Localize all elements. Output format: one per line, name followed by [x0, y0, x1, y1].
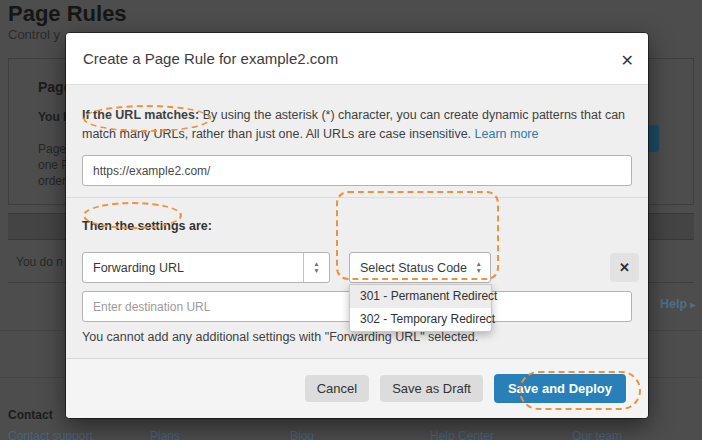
url-pattern-input[interactable] — [82, 155, 632, 186]
panel-text-line: order, — [38, 174, 69, 188]
close-icon[interactable]: ✕ — [619, 51, 636, 71]
save-as-draft-button[interactable]: Save as Draft — [380, 375, 483, 402]
url-match-description: If the URL matches: By using the asteris… — [82, 106, 634, 144]
status-code-select-value: Select Status Code — [360, 261, 467, 275]
cancel-button[interactable]: Cancel — [305, 375, 369, 402]
settings-note: You cannot add any additional settings w… — [82, 330, 478, 344]
table-row-text: You do n — [16, 255, 63, 269]
status-option-301[interactable]: 301 - Permanent Redirect — [350, 285, 491, 308]
status-code-select[interactable]: Select Status Code ▲▼ — [349, 252, 491, 283]
save-and-deploy-button[interactable]: Save and Deploy — [494, 374, 626, 403]
page-subtitle: Control y — [8, 27, 60, 42]
remove-icon: ✕ — [619, 260, 630, 275]
footer-link-our-team[interactable]: Our team — [572, 429, 622, 440]
page-title: Page Rules — [8, 1, 127, 27]
url-match-lead: If the URL matches: — [82, 108, 199, 122]
up-down-arrows-icon: ▲▼ — [476, 261, 482, 275]
footer-link-plans[interactable]: Plans — [150, 429, 180, 440]
section-divider — [66, 197, 648, 198]
remove-setting-button[interactable]: ✕ — [610, 253, 639, 282]
footer-link-blog[interactable]: Blog — [290, 429, 314, 440]
chevron-right-icon: ▸ — [691, 299, 696, 310]
help-link-label: Help — [660, 297, 687, 311]
setting-select-value: Forwarding URL — [93, 261, 184, 275]
footer-heading: Contact — [8, 408, 53, 422]
select-spinner-zone: ▲▼ — [476, 253, 482, 282]
modal-body: If the URL matches: By using the asteris… — [66, 85, 648, 358]
up-down-arrows-icon: ▲▼ — [313, 261, 319, 275]
modal-header: Create a Page Rule for example2.com ✕ — [66, 33, 648, 85]
modal-footer: Cancel Save as Draft Save and Deploy — [66, 358, 648, 418]
setting-select[interactable]: Forwarding URL ▲▼ — [82, 252, 330, 283]
create-page-rule-modal: Create a Page Rule for example2.com ✕ If… — [66, 33, 648, 418]
status-option-302[interactable]: 302 - Temporary Redirect — [350, 308, 491, 331]
status-code-dropdown: 301 - Permanent Redirect 302 - Temporary… — [349, 284, 492, 332]
modal-title: Create a Page Rule for example2.com — [83, 50, 338, 67]
footer-link-help-center[interactable]: Help Center — [430, 429, 494, 440]
settings-heading: Then the settings are: — [82, 219, 212, 233]
select-spinner-zone: ▲▼ — [303, 253, 329, 282]
help-link[interactable]: Help ▸ — [660, 297, 696, 311]
footer-link-contact-support[interactable]: Contact support — [8, 429, 93, 440]
learn-more-link[interactable]: Learn more — [475, 127, 539, 141]
